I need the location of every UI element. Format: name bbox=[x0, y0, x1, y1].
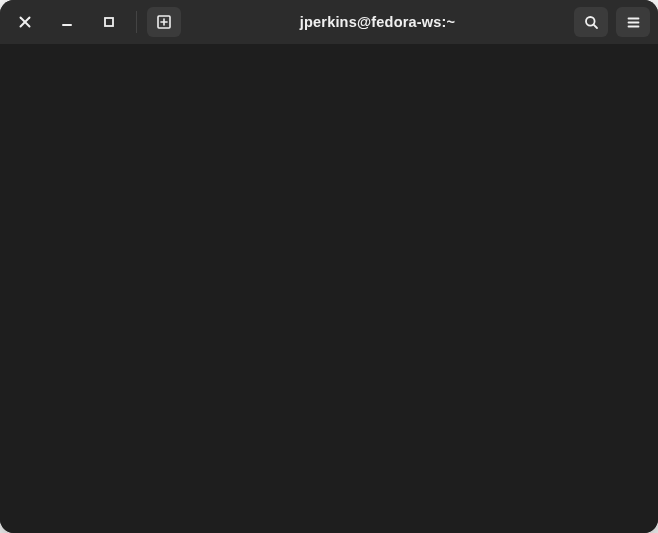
titlebar: jperkins@fedora-ws:~ bbox=[0, 0, 658, 44]
menu-button[interactable] bbox=[616, 7, 650, 37]
window-title: jperkins@fedora-ws:~ bbox=[189, 14, 566, 30]
minimize-button[interactable] bbox=[50, 7, 84, 37]
close-button[interactable] bbox=[8, 7, 42, 37]
minimize-icon bbox=[61, 16, 73, 28]
svg-line-8 bbox=[593, 24, 596, 27]
terminal-viewport[interactable]: [jperkins@fedora-ws ~]$ find . -xtype l … bbox=[0, 44, 658, 533]
new-tab-icon bbox=[156, 14, 172, 30]
search-icon bbox=[584, 15, 599, 30]
svg-rect-3 bbox=[105, 18, 113, 26]
search-button[interactable] bbox=[574, 7, 608, 37]
maximize-icon bbox=[103, 16, 115, 28]
titlebar-right-group bbox=[574, 7, 650, 37]
terminal-window: jperkins@fedora-ws:~ [jperkins@fedora-ws… bbox=[0, 0, 658, 533]
hamburger-icon bbox=[626, 15, 641, 30]
maximize-button[interactable] bbox=[92, 7, 126, 37]
titlebar-divider bbox=[136, 11, 137, 33]
new-tab-button[interactable] bbox=[147, 7, 181, 37]
close-icon bbox=[19, 16, 31, 28]
scroll-spacer bbox=[10, 44, 648, 527]
